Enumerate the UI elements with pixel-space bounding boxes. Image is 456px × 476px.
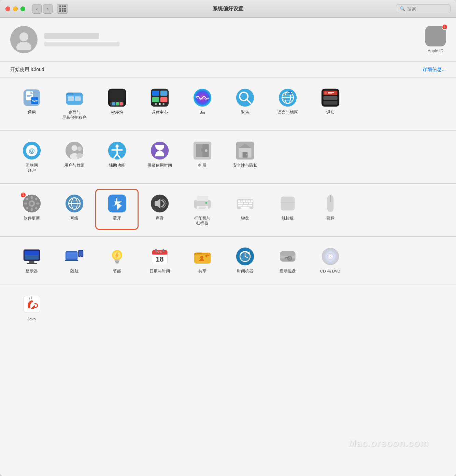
apple-id-button[interactable]: 1 Apple ID <box>425 26 446 53</box>
svg-rect-119 <box>66 252 76 258</box>
notifications-icon <box>321 88 340 107</box>
datetime-icon-wrap: 18 JUL <box>149 246 170 267</box>
desktop-icon <box>65 88 84 107</box>
svg-rect-12 <box>75 96 81 101</box>
desktop-label: 桌面与屏幕保护程序 <box>62 110 87 120</box>
svg-rect-22 <box>152 97 159 102</box>
pref-item-java[interactable]: Java <box>10 290 53 325</box>
maximize-button[interactable] <box>20 6 25 11</box>
minimize-button[interactable] <box>13 6 18 11</box>
java-icon-wrap <box>22 294 42 314</box>
section-personal: New 通用 <box>0 78 456 131</box>
grid-dots-icon <box>59 5 66 12</box>
accessibility-label: 辅助功能 <box>109 163 125 168</box>
pref-item-users[interactable]: 用户与群组 <box>53 136 96 177</box>
svg-point-55 <box>76 153 83 158</box>
pref-item-screentime[interactable]: 屏幕使用时间 <box>138 136 181 177</box>
notifications-label: 通知 <box>326 110 334 115</box>
pref-item-datetime[interactable]: 18 JUL 日期与时间 <box>138 242 181 277</box>
grid-view-button[interactable] <box>57 4 68 14</box>
pref-item-notifications[interactable]: 通知 <box>309 83 352 124</box>
general-label: 通用 <box>28 110 36 115</box>
pref-item-sharing[interactable]: 共享 <box>181 242 224 277</box>
pref-item-network[interactable]: 网络 <box>53 189 96 229</box>
sidecar-label: 随航 <box>70 269 79 274</box>
sound-label: 声音 <box>156 216 164 221</box>
back-button[interactable]: ‹ <box>32 4 42 14</box>
svg-rect-101 <box>241 202 243 204</box>
pref-item-displays[interactable]: 显示器 <box>10 242 53 277</box>
svg-rect-23 <box>160 97 167 102</box>
pref-item-cddvd[interactable]: CD 与 DVD <box>309 242 352 277</box>
svg-rect-148 <box>280 251 295 256</box>
pref-item-dock[interactable]: 程序坞 <box>96 83 138 124</box>
icloud-details-link[interactable]: 详细信息... <box>423 67 446 73</box>
forward-button[interactable]: › <box>43 4 53 14</box>
printers-label: 打印机与扫描仪 <box>194 216 211 226</box>
pref-item-language[interactable]: 语言与地区 <box>266 83 309 124</box>
icloud-banner: 开始使用 iCloud 详细信息... <box>0 62 456 78</box>
svg-rect-94 <box>238 200 240 202</box>
other-section: Java <box>0 284 456 333</box>
search-box[interactable]: 🔍 <box>396 4 451 13</box>
cddvd-icon-wrap <box>320 246 341 267</box>
svg-point-157 <box>330 256 331 257</box>
pref-item-timemachine[interactable]: 时间机器 <box>224 242 266 277</box>
svg-rect-18 <box>119 102 123 105</box>
pref-item-extensions[interactable]: 扩展 <box>181 136 224 177</box>
accounts-icons-grid: @ 互联网账户 <box>10 136 446 177</box>
cddvd-label: CD 与 DVD <box>320 269 340 274</box>
bluetooth-icon <box>108 194 127 213</box>
svg-rect-99 <box>251 200 253 202</box>
siri-label: Siri <box>199 110 205 115</box>
pref-item-keyboard[interactable]: 键盘 <box>224 189 266 229</box>
other-icons-grid: Java <box>10 290 446 325</box>
trackpad-label: 触控板 <box>282 216 294 221</box>
bluetooth-label: 蓝牙 <box>113 216 121 221</box>
svg-rect-117 <box>27 263 37 264</box>
pref-item-mouse[interactable]: 鼠标 <box>309 189 352 229</box>
dock-label: 程序坞 <box>111 110 123 115</box>
svg-rect-109 <box>281 196 295 210</box>
pref-item-security[interactable]: 安全性与隐私 <box>224 136 266 177</box>
security-label: 安全性与隐私 <box>233 163 257 168</box>
pref-item-printers[interactable]: 打印机与扫描仪 <box>181 189 224 229</box>
svg-point-43 <box>324 92 327 94</box>
trackpad-icon <box>278 194 297 213</box>
main-window: ‹ › 系统偏好设置 🔍 <box>0 0 456 476</box>
pref-item-internet[interactable]: @ 互联网账户 <box>10 136 53 177</box>
pref-item-bluetooth[interactable]: 蓝牙 <box>96 189 138 229</box>
svg-rect-102 <box>244 202 246 204</box>
user-name-placeholder <box>44 33 99 39</box>
pref-item-siri[interactable]: Siri <box>181 83 224 124</box>
svg-point-52 <box>71 145 77 151</box>
dock-icon-wrap <box>107 87 127 108</box>
security-icon-wrap <box>235 140 255 161</box>
pref-item-accessibility[interactable]: 辅助功能 <box>96 136 138 177</box>
pref-item-desktop[interactable]: 桌面与屏幕保护程序 <box>53 83 96 124</box>
pref-item-startup[interactable]: 启动磁盘 <box>266 242 309 277</box>
svg-rect-106 <box>242 205 247 206</box>
startup-label: 启动磁盘 <box>280 269 296 274</box>
svg-point-92 <box>205 202 207 204</box>
svg-rect-46 <box>323 96 337 100</box>
language-icon <box>278 88 297 107</box>
svg-rect-21 <box>160 90 167 96</box>
pref-item-software-update[interactable]: 1 <box>10 189 53 229</box>
pref-item-energy[interactable]: 节能 <box>96 242 138 277</box>
sharing-icon-wrap <box>192 246 213 267</box>
svg-point-151 <box>289 257 290 259</box>
sidecar-icon-wrap <box>64 246 85 267</box>
avatar[interactable] <box>10 26 38 53</box>
pref-item-sidecar[interactable]: 随航 <box>53 242 96 277</box>
svg-rect-96 <box>243 200 245 202</box>
pref-item-sound[interactable]: 声音 <box>138 189 181 229</box>
search-input[interactable] <box>407 6 447 11</box>
pref-item-general[interactable]: New 通用 <box>10 83 53 124</box>
pref-item-trackpad[interactable]: 触控板 <box>266 189 309 229</box>
close-button[interactable] <box>5 6 10 11</box>
pref-item-mission[interactable]: 调度中心 <box>138 83 181 124</box>
pref-item-spotlight[interactable]: 聚焦 <box>224 83 266 124</box>
siri-icon <box>193 88 212 107</box>
svg-point-26 <box>162 103 165 105</box>
